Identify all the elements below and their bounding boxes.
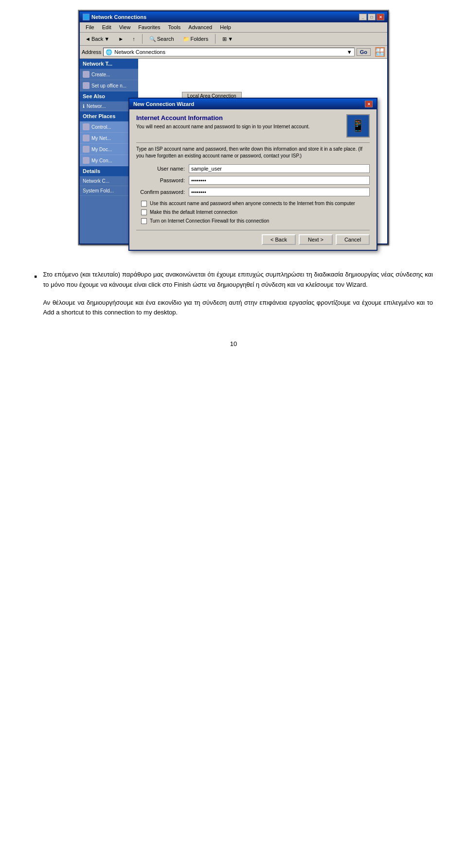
dialog-description: Type an ISP account name and password, t… (136, 146, 370, 159)
titlebar-left: 🌐 Network Connections (83, 14, 146, 20)
dialog-buttons: < Back Next > Cancel (136, 230, 370, 245)
paragraph-2: ▪ Αν θέλουμε να δημιουργήσουμε και ένα ε… (34, 298, 433, 318)
back-dropdown-icon[interactable]: ▼ (104, 36, 109, 42)
create-icon (83, 71, 90, 78)
address-value: Network Connections (114, 49, 165, 55)
paragraph-1-text: Στο επόμενο (και τελευταίο) παράθυρο μας… (43, 270, 433, 290)
maximize-button[interactable]: □ (368, 14, 376, 20)
sidebar-mydoc-label: My Doc... (91, 147, 112, 152)
username-label: User name: (136, 166, 185, 172)
sidebar-create-item[interactable]: Create... (80, 69, 138, 80)
network-tasks-section: Network T... Create... Set up office n..… (80, 59, 138, 91)
setup-icon (83, 82, 90, 89)
toolbar: ◄ Back ▼ ► ↑ 🔍 Search 📁 Folders (80, 33, 387, 46)
minimize-button[interactable]: _ (359, 14, 367, 20)
views-icon: ⊞ (222, 36, 227, 42)
dialog-section-title: Internet Account Information (136, 114, 341, 122)
forward-button[interactable]: ► (115, 35, 127, 43)
up-arrow-icon: ↑ (132, 36, 135, 42)
menu-tools[interactable]: Tools (164, 23, 185, 31)
dialog-icon-area: 📱 (346, 114, 370, 138)
new-connection-wizard-dialog: New Connection Wizard ✕ Internet Account… (128, 98, 377, 251)
folders-button[interactable]: 📁 Folders (180, 35, 212, 44)
folders-icon: 📁 (183, 36, 190, 42)
menu-edit[interactable]: Edit (98, 23, 115, 31)
password-row: Password: (136, 176, 370, 185)
dialog-close-button[interactable]: ✕ (365, 101, 373, 107)
views-dropdown-icon[interactable]: ▼ (228, 36, 233, 42)
cancel-button[interactable]: Cancel (336, 234, 370, 245)
control-icon (83, 123, 90, 130)
menu-file[interactable]: File (82, 23, 98, 31)
password-label: Password: (136, 177, 185, 183)
password-input[interactable] (189, 176, 370, 185)
dialog-divider (136, 142, 370, 143)
back-button[interactable]: < Back (262, 234, 296, 245)
checkbox-3-label: Turn on Internet Connection Firewall for… (150, 218, 269, 224)
sidebar-details-label1: Network C... (83, 178, 109, 184)
confirm-label: Confirm password: (136, 189, 185, 195)
menu-help[interactable]: Help (216, 23, 235, 31)
up-button[interactable]: ↑ (129, 35, 139, 43)
menu-bar: File Edit View Favorites Tools Advanced … (80, 22, 387, 33)
confirm-password-input[interactable] (189, 188, 370, 196)
address-dropdown-icon[interactable]: ▼ (347, 49, 352, 55)
window-titlebar: 🌐 Network Connections _ □ ✕ (80, 12, 387, 22)
dialog-form: User name: Password: Confirm password: (136, 164, 370, 196)
network-tasks-title: Network T... (80, 59, 138, 69)
bullet-1: ▪ (34, 270, 37, 290)
page-number: 10 (230, 340, 237, 347)
back-label: Back (91, 36, 103, 42)
page-container: 🌐 Network Connections _ □ ✕ File Edit Vi… (0, 0, 467, 868)
address-icon: 🌐 (106, 49, 112, 55)
address-input[interactable]: 🌐 Network Connections ▼ (103, 48, 354, 56)
sidebar-details-label2: System Fold... (83, 188, 114, 193)
checkbox-3[interactable] (141, 218, 147, 224)
username-row: User name: (136, 164, 370, 173)
folders-label: Folders (191, 36, 209, 42)
screenshot-area: 🌐 Network Connections _ □ ✕ File Edit Vi… (78, 10, 389, 245)
search-button[interactable]: 🔍 Search (146, 35, 178, 44)
menu-favorites[interactable]: Favorites (134, 23, 164, 31)
paragraph-1: ▪ Στο επόμενο (και τελευταίο) παράθυρο μ… (34, 270, 433, 290)
network-connections-window: 🌐 Network Connections _ □ ✕ File Edit Vi… (79, 11, 388, 244)
main-area: Local Area Connection Network T... Creat… (80, 59, 387, 243)
text-content: ▪ Στο επόμενο (και τελευταίο) παράθυρο μ… (34, 270, 433, 326)
checkbox-2[interactable] (141, 209, 147, 215)
menu-view[interactable]: View (115, 23, 135, 31)
address-label: Address (82, 49, 101, 55)
username-input[interactable] (189, 164, 370, 173)
checkbox-1-label: Use this account name and password when … (150, 200, 355, 207)
window-icon: 🌐 (83, 14, 90, 20)
window-title: Network Connections (91, 14, 146, 20)
go-button[interactable]: Go (357, 48, 371, 56)
sidebar-control-label: Control... (91, 124, 111, 130)
sidebar-setup-item[interactable]: Set up office n... (80, 80, 138, 91)
mydoc-icon (83, 146, 90, 153)
back-arrow-icon: ◄ (85, 36, 90, 42)
dialog-body: Internet Account Information You will ne… (129, 109, 377, 250)
wizard-icon: 📱 (351, 119, 365, 133)
checkbox-1[interactable] (141, 201, 147, 207)
toolbar-separator-1 (142, 34, 143, 44)
dialog-header: Internet Account Information You will ne… (136, 114, 370, 138)
paragraph-2-text: Αν θέλουμε να δημιουργήσουμε και ένα εικ… (43, 298, 433, 318)
back-button[interactable]: ◄ Back ▼ (82, 35, 113, 43)
info-icon: ℹ (83, 104, 85, 109)
forward-arrow-icon: ► (118, 36, 124, 42)
views-button[interactable]: ⊞ ▼ (219, 35, 236, 44)
dialog-titlebar: New Connection Wizard ✕ (129, 99, 377, 109)
sidebar-seealso-label: Networ... (87, 104, 106, 109)
close-button[interactable]: ✕ (377, 14, 384, 20)
checkbox-row-1: Use this account name and password when … (136, 200, 370, 207)
checkbox-2-label: Make this the default Internet connectio… (150, 209, 237, 215)
menu-advanced[interactable]: Advanced (184, 23, 216, 31)
windows-logo-icon: 🪟 (375, 47, 385, 57)
sidebar-setup-label: Set up office n... (91, 83, 126, 88)
address-bar: Address 🌐 Network Connections ▼ Go 🪟 (80, 46, 387, 59)
sidebar-mycon-label: My Con... (91, 158, 112, 163)
sidebar-create-label: Create... (91, 72, 110, 77)
next-button[interactable]: Next > (299, 234, 333, 245)
titlebar-buttons[interactable]: _ □ ✕ (359, 14, 384, 20)
dialog-titlebar-buttons[interactable]: ✕ (365, 101, 373, 107)
